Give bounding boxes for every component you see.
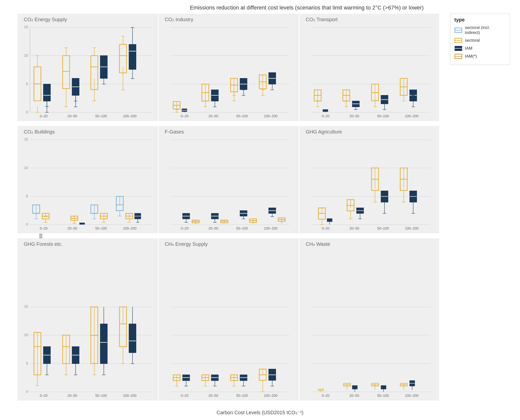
svg-text:100–200: 100–200 bbox=[264, 114, 278, 118]
panel-title-ghg-agriculture: GHG Agriculture bbox=[306, 129, 342, 135]
svg-text:50–100: 50–100 bbox=[236, 114, 248, 118]
chart-container: Emissions reduction at different cost le… bbox=[0, 0, 520, 420]
svg-text:100–200: 100–200 bbox=[123, 394, 137, 398]
svg-rect-10 bbox=[299, 14, 439, 121]
panel-title-ch4-waste: CH₄ Waste bbox=[306, 241, 330, 247]
svg-rect-386 bbox=[100, 324, 107, 364]
svg-text:50–100: 50–100 bbox=[95, 226, 107, 230]
svg-text:20–50: 20–50 bbox=[209, 394, 218, 398]
legend-title: type bbox=[454, 17, 506, 23]
svg-text:50–100: 50–100 bbox=[95, 394, 107, 398]
svg-text:0: 0 bbox=[26, 110, 28, 114]
svg-text:0–20: 0–20 bbox=[181, 114, 188, 118]
svg-text:50–100: 50–100 bbox=[377, 394, 389, 398]
svg-text:20–50: 20–50 bbox=[350, 114, 359, 118]
svg-text:0–20: 0–20 bbox=[322, 226, 329, 230]
svg-text:100–200: 100–200 bbox=[123, 114, 137, 118]
svg-rect-180 bbox=[299, 126, 439, 233]
svg-text:100–200: 100–200 bbox=[123, 226, 137, 230]
panel-title-ghg-forests: GHG Forests etc. bbox=[24, 241, 63, 247]
svg-text:5: 5 bbox=[26, 82, 28, 86]
panel-title-co2-energy: CO₂ Energy Supply bbox=[24, 17, 67, 22]
legend-item-sectoral-indirect: sectoral (incl. indirect) bbox=[454, 25, 506, 35]
svg-rect-296 bbox=[327, 219, 332, 222]
svg-rect-329 bbox=[158, 238, 298, 401]
panel-title-ch4-energy: CH₄ Energy Supply bbox=[165, 241, 208, 247]
svg-rect-9 bbox=[158, 14, 298, 121]
svg-rect-330 bbox=[299, 238, 439, 401]
legend-label-sectoral: sectoral bbox=[465, 38, 480, 43]
panel-title-co2-transport: CO₂ Transport bbox=[306, 17, 338, 22]
svg-text:10: 10 bbox=[24, 53, 28, 57]
svg-rect-83 bbox=[129, 44, 136, 69]
svg-text:0: 0 bbox=[26, 222, 28, 226]
main-title: Emissions reduction at different cost le… bbox=[190, 4, 424, 11]
svg-text:100–200: 100–200 bbox=[405, 226, 419, 230]
svg-text:20–50: 20–50 bbox=[209, 114, 218, 118]
x-axis-label: Carbon Cost Levels (USD2015 tCO₂⁻¹) bbox=[217, 410, 303, 416]
svg-text:20–50: 20–50 bbox=[350, 394, 359, 398]
svg-text:0–20: 0–20 bbox=[322, 114, 329, 118]
svg-text:5: 5 bbox=[26, 361, 28, 365]
svg-text:50–100: 50–100 bbox=[377, 114, 389, 118]
svg-text:20–50: 20–50 bbox=[350, 226, 359, 230]
svg-text:0–20: 0–20 bbox=[40, 114, 47, 118]
svg-rect-397 bbox=[129, 324, 136, 353]
svg-text:50–100: 50–100 bbox=[377, 226, 389, 230]
svg-rect-179 bbox=[158, 126, 298, 233]
svg-rect-328 bbox=[17, 238, 157, 401]
svg-text:10: 10 bbox=[24, 333, 28, 337]
svg-text:100–200: 100–200 bbox=[405, 394, 419, 398]
legend-item-iam: IAM bbox=[454, 46, 506, 51]
svg-rect-47 bbox=[43, 84, 50, 101]
svg-text:20–50: 20–50 bbox=[68, 226, 77, 230]
legend: type sectoral (incl. indirect) sectoral … bbox=[450, 14, 510, 65]
svg-text:20–50: 20–50 bbox=[209, 226, 218, 230]
svg-text:0–20: 0–20 bbox=[181, 226, 188, 230]
svg-text:50–100: 50–100 bbox=[236, 394, 248, 398]
svg-text:20–50: 20–50 bbox=[68, 394, 77, 398]
svg-text:5: 5 bbox=[26, 194, 28, 198]
svg-text:100–200: 100–200 bbox=[264, 226, 278, 230]
svg-text:0–20: 0–20 bbox=[322, 394, 329, 398]
svg-text:15: 15 bbox=[24, 25, 28, 29]
panel-title-co2-buildings: CO₂ Buildings bbox=[24, 129, 55, 135]
svg-text:50–100: 50–100 bbox=[95, 114, 107, 118]
svg-text:0–20: 0–20 bbox=[181, 394, 188, 398]
svg-text:15: 15 bbox=[24, 137, 28, 141]
legend-item-iam-star: IAM(*) bbox=[454, 54, 506, 59]
svg-text:0–20: 0–20 bbox=[40, 394, 47, 398]
panel-title-co2-industry: CO₂ Industry bbox=[165, 17, 193, 22]
svg-text:10: 10 bbox=[24, 166, 28, 170]
svg-text:50–100: 50–100 bbox=[236, 226, 248, 230]
legend-label-iam: IAM bbox=[465, 46, 472, 51]
svg-text:100–200: 100–200 bbox=[405, 114, 419, 118]
svg-text:0–20: 0–20 bbox=[40, 226, 47, 230]
legend-label-sectoral-indirect: sectoral (incl. indirect) bbox=[465, 25, 506, 35]
legend-label-iam-star: IAM(*) bbox=[465, 54, 477, 59]
svg-text:15: 15 bbox=[24, 304, 28, 308]
main-svg: CO₂ Energy Supply CO₂ Industry CO₂ Trans… bbox=[17, 14, 444, 408]
svg-text:100–200: 100–200 bbox=[264, 394, 278, 398]
svg-text:20–50: 20–50 bbox=[68, 114, 77, 118]
legend-item-sectoral: sectoral bbox=[454, 38, 506, 43]
panel-title-f-gases: F-Gases bbox=[165, 129, 184, 135]
bp-co2bld-2050-navy bbox=[80, 223, 85, 225]
svg-text:0: 0 bbox=[26, 390, 28, 394]
